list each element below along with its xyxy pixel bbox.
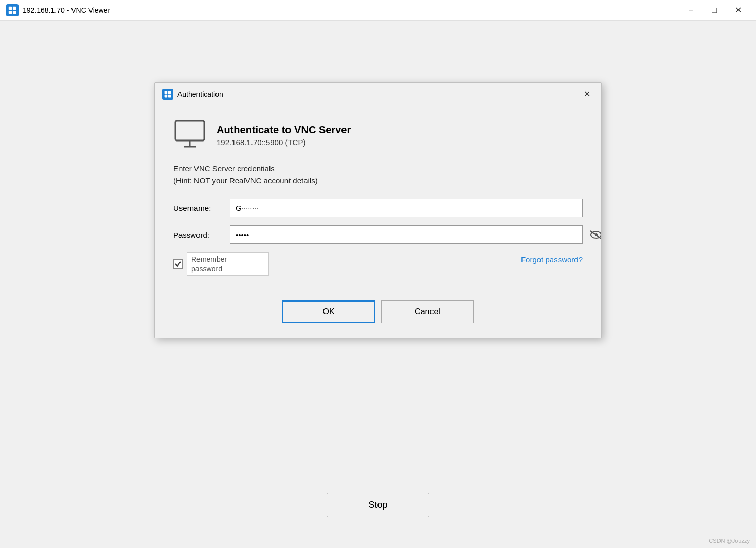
dialog-logo [162, 89, 173, 100]
dialog-header: Authenticate to VNC Server 192.168.1.70:… [173, 120, 583, 151]
password-input[interactable] [230, 225, 583, 244]
close-button[interactable]: ✕ [726, 0, 750, 21]
svg-rect-8 [175, 121, 204, 140]
username-input[interactable] [230, 199, 583, 217]
svg-rect-1 [13, 6, 16, 9]
password-label: Password: [173, 231, 230, 239]
svg-rect-0 [9, 6, 12, 9]
dialog-hint: Enter VNC Server credentials (Hint: NOT … [173, 163, 583, 186]
watermark: CSDN @Jouzzy [709, 538, 750, 544]
forgot-link-text[interactable]: Forgot password? [521, 255, 583, 264]
svg-rect-2 [9, 10, 12, 13]
dialog-title: Authentication [177, 90, 580, 98]
window-title: 192.168.1.70 - VNC Viewer [23, 6, 679, 14]
remember-label: Rememberpassword [187, 252, 269, 276]
username-label: Username: [173, 204, 230, 213]
svg-rect-7 [168, 94, 171, 97]
forgot-password-link[interactable]: Forgot password? [521, 252, 583, 264]
maximize-button[interactable]: □ [703, 0, 726, 21]
dialog-subtext: 192.168.1.70::5900 (TCP) [217, 138, 351, 147]
dialog-body: Authenticate to VNC Server 192.168.1.70:… [155, 105, 601, 338]
svg-rect-5 [168, 91, 171, 94]
svg-rect-4 [165, 91, 168, 94]
buttons-row: OK Cancel [173, 300, 583, 323]
dialog-close-button[interactable]: ✕ [580, 87, 594, 101]
app-logo [6, 4, 19, 16]
stop-button[interactable]: Stop [327, 493, 429, 517]
monitor-icon [173, 120, 206, 151]
svg-rect-6 [165, 94, 168, 97]
minimize-button[interactable]: − [679, 0, 703, 21]
title-bar: 192.168.1.70 - VNC Viewer − □ ✕ [0, 0, 756, 21]
username-input-wrap [230, 199, 583, 217]
bottom-area: Stop [0, 493, 756, 517]
username-row: Username: [173, 199, 583, 217]
password-input-wrap [230, 225, 583, 244]
dialog-heading: Authenticate to VNC Server [217, 124, 351, 136]
password-row: Password: [173, 225, 583, 244]
ok-button[interactable]: OK [282, 300, 375, 323]
remember-checkbox[interactable] [173, 259, 183, 269]
auth-dialog: Authentication ✕ Authentic [154, 82, 602, 338]
cancel-button[interactable]: Cancel [381, 300, 474, 323]
remember-row: Rememberpassword [173, 252, 269, 276]
password-toggle-button[interactable] [585, 225, 602, 244]
svg-rect-3 [13, 10, 16, 13]
dialog-header-text: Authenticate to VNC Server 192.168.1.70:… [217, 124, 351, 147]
remember-text: Rememberpassword [191, 255, 227, 273]
window-controls: − □ ✕ [679, 0, 750, 21]
dialog-titlebar: Authentication ✕ [155, 83, 601, 105]
main-area: Authentication ✕ Authentic [0, 21, 756, 548]
